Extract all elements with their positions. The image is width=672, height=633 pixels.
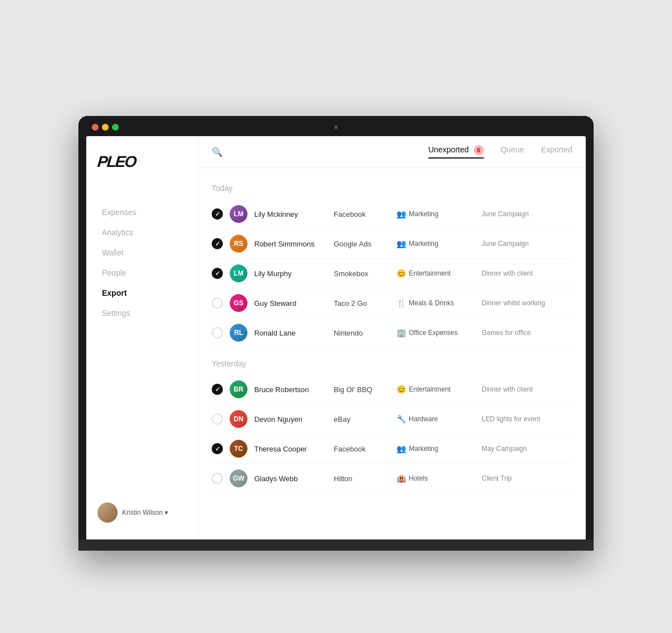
- note: June Campaign: [482, 210, 572, 218]
- user-profile[interactable]: Kristin Wilson ▾: [97, 502, 186, 523]
- note: Dinner with client: [482, 385, 572, 393]
- checkbox-ronald-lane[interactable]: [212, 327, 223, 338]
- table-row: RL Ronald Lane Nintendo 🏢 Office Expense…: [212, 318, 572, 348]
- sidebar-item-analytics[interactable]: Analytics: [97, 225, 186, 240]
- category: 😊 Entertainment: [396, 385, 475, 394]
- office-icon: 🏢: [396, 328, 406, 337]
- merchant: Taco 2 Go: [334, 299, 390, 308]
- person-name: Lily Mckinney: [254, 210, 327, 218]
- traffic-lights[interactable]: [92, 124, 119, 131]
- checkbox-devon-nguyen[interactable]: [212, 413, 223, 425]
- avatar: RS: [230, 235, 248, 253]
- hardware-icon: 🔧: [396, 415, 406, 423]
- top-bar: 🔍 Unexported 6 Queue Exported: [198, 136, 586, 168]
- logo: PLEO: [97, 153, 188, 171]
- titlebar: [86, 124, 586, 136]
- tab-exported[interactable]: Exported: [541, 145, 572, 159]
- close-button[interactable]: [92, 124, 99, 131]
- avatar: [97, 502, 118, 523]
- sidebar-item-settings[interactable]: Settings: [97, 305, 186, 321]
- avatar: LM: [230, 264, 248, 282]
- table-row: ✓ BR Bruce Robertson Big Ol' BBQ 😊 Enter…: [212, 375, 572, 404]
- person-name: Gladys Webb: [254, 474, 327, 483]
- category: 🏨 Hotels: [396, 474, 475, 483]
- person-name: Guy Steward: [254, 299, 327, 308]
- merchant: Hilton: [334, 474, 390, 483]
- tab-queue[interactable]: Queue: [501, 145, 524, 159]
- sidebar-item-wallet[interactable]: Wallet: [97, 245, 186, 260]
- marketing-icon: 👥: [396, 210, 406, 218]
- avatar: BR: [230, 380, 248, 398]
- avatar: RL: [230, 324, 248, 342]
- sidebar: PLEO Expenses Analytics Wallet People Ex…: [86, 136, 198, 539]
- note: Client Trip: [482, 474, 572, 482]
- table-row: ✓ TC Theresa Cooper Facebook 👥 Marketing…: [212, 434, 572, 464]
- category: 🍴 Meals & Drinks: [396, 299, 475, 308]
- camera-dot: [334, 125, 338, 129]
- entertainment-icon: 😊: [396, 269, 406, 278]
- content-area: Today ✓ LM Lily Mckinney Facebook 👥 Mark…: [198, 168, 586, 505]
- category: 😊 Entertainment: [396, 269, 475, 278]
- sidebar-item-people[interactable]: People: [97, 265, 186, 281]
- avatar: DN: [230, 410, 248, 428]
- person-name: Devon Nguyen: [254, 415, 327, 423]
- merchant: eBay: [334, 415, 390, 423]
- laptop-bottom-bar: [78, 539, 594, 551]
- avatar: TC: [230, 440, 248, 458]
- user-name: Kristin Wilson ▾: [122, 509, 168, 516]
- hotels-icon: 🏨: [396, 474, 406, 483]
- tabs: Unexported 6 Queue Exported: [428, 145, 572, 159]
- checkbox-bruce-robertson[interactable]: ✓: [212, 384, 223, 395]
- category: 🏢 Office Expenses: [396, 328, 475, 337]
- table-row: ✓ LM Lily Murphy Smokebox 😊 Entertainmen…: [212, 259, 572, 288]
- avatar: GS: [230, 294, 248, 312]
- sidebar-item-export[interactable]: Export: [97, 285, 186, 301]
- entertainment-icon: 😊: [396, 385, 406, 394]
- main-content: 🔍 Unexported 6 Queue Exported Today ✓ LM…: [198, 136, 586, 539]
- section-yesterday: Yesterday: [212, 359, 572, 368]
- checkbox-lily-murphy[interactable]: ✓: [212, 268, 223, 279]
- note: Dinner with client: [482, 269, 572, 277]
- merchant: Facebook: [334, 210, 390, 218]
- meals-icon: 🍴: [396, 299, 406, 308]
- section-today: Today: [212, 184, 572, 193]
- table-row: ✓ RS Robert Simmmons Google Ads 👥 Market…: [212, 229, 572, 259]
- category: 👥 Marketing: [396, 239, 475, 248]
- note: Dinner whilst working: [482, 299, 572, 307]
- marketing-icon: 👥: [396, 444, 406, 453]
- category: 👥 Marketing: [396, 444, 475, 453]
- checkbox-lily-mckinney[interactable]: ✓: [212, 208, 223, 220]
- maximize-button[interactable]: [112, 124, 119, 131]
- person-name: Bruce Robertson: [254, 385, 327, 394]
- merchant: Google Ads: [334, 240, 390, 248]
- table-row: GS Guy Steward Taco 2 Go 🍴 Meals & Drink…: [212, 288, 572, 318]
- minimize-button[interactable]: [102, 124, 109, 131]
- search-icon[interactable]: 🔍: [212, 147, 223, 157]
- marketing-icon: 👥: [396, 239, 406, 248]
- tab-unexported[interactable]: Unexported 6: [428, 145, 484, 159]
- merchant: Nintendo: [334, 329, 390, 337]
- note: LED lights for event: [482, 415, 572, 423]
- note: May Campaign: [482, 445, 572, 453]
- person-name: Theresa Cooper: [254, 445, 327, 453]
- note: June Campaign: [482, 240, 572, 248]
- person-name: Robert Simmmons: [254, 240, 327, 248]
- note: Games for office: [482, 329, 572, 337]
- checkbox-robert-simmmons[interactable]: ✓: [212, 238, 223, 249]
- sidebar-item-expenses[interactable]: Expenses: [97, 204, 186, 220]
- checkbox-guy-steward[interactable]: [212, 297, 223, 309]
- checkbox-theresa-cooper[interactable]: ✓: [212, 443, 223, 454]
- unexported-badge: 6: [474, 145, 484, 155]
- checkbox-gladys-webb[interactable]: [212, 473, 223, 484]
- merchant: Facebook: [334, 445, 390, 453]
- merchant: Big Ol' BBQ: [334, 385, 390, 394]
- table-row: DN Devon Nguyen eBay 🔧 Hardware LED ligh…: [212, 404, 572, 434]
- category: 👥 Marketing: [396, 210, 475, 218]
- category: 🔧 Hardware: [396, 415, 475, 423]
- merchant: Smokebox: [334, 269, 390, 278]
- table-row: GW Gladys Webb Hilton 🏨 Hotels Client Tr…: [212, 464, 572, 494]
- avatar: LM: [230, 205, 248, 223]
- person-name: Lily Murphy: [254, 269, 327, 278]
- nav-menu: Expenses Analytics Wallet People Export …: [97, 204, 186, 502]
- avatar: GW: [230, 469, 248, 487]
